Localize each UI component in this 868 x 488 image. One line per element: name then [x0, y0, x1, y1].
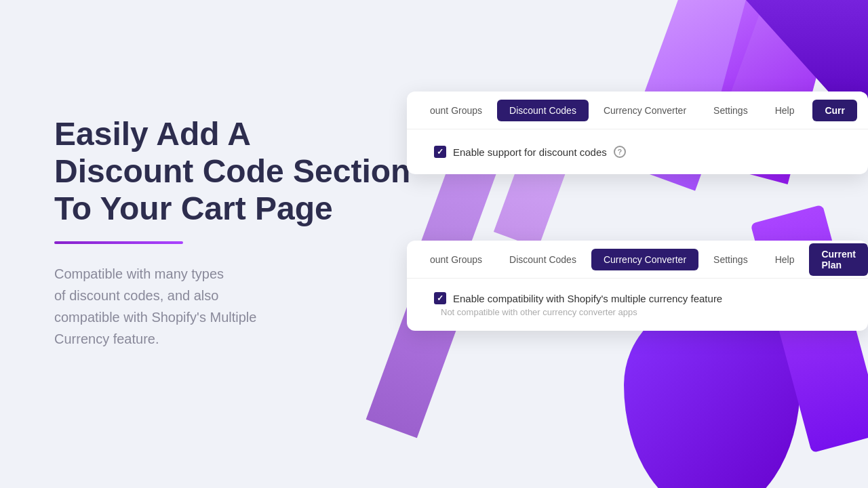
main-heading: Easily Add A Discount Code Section To Yo… [54, 115, 414, 228]
info-icon-1[interactable]: ? [614, 146, 626, 158]
nav-item-settings-1[interactable]: Settings [701, 100, 760, 121]
nav-item-help-2[interactable]: Help [763, 249, 807, 270]
hero-content: Easily Add A Discount Code Section To Yo… [54, 115, 414, 350]
sub-label-2: Not compatible with other currency conve… [434, 307, 841, 317]
nav-item-discount-codes-1[interactable]: Discount Codes [497, 100, 589, 121]
checkbox-label-1: Enable support for discount codes [453, 146, 607, 158]
checkbox-wrapper-2: ✓ Enable compatibility with Shopify's mu… [434, 292, 841, 304]
nav-btn-1[interactable]: Curr [812, 100, 857, 121]
card-discount-codes: ount Groups Discount Codes Currency Conv… [407, 92, 868, 174]
nav-item-currency-converter-1[interactable]: Currency Converter [591, 100, 698, 121]
nav-item-currency-converter-2[interactable]: Currency Converter [591, 249, 698, 270]
nav-bar-1: ount Groups Discount Codes Currency Conv… [407, 92, 868, 129]
sub-description: Compatible with many types of discount c… [54, 263, 414, 350]
nav-btn-2[interactable]: Current Plan [809, 243, 868, 276]
nav-item-discount-codes-2[interactable]: Discount Codes [497, 249, 589, 270]
card-currency-converter: ount Groups Discount Codes Currency Conv… [407, 241, 868, 331]
checkbox-discount-support[interactable]: ✓ [434, 146, 446, 158]
nav-item-help-1[interactable]: Help [763, 100, 807, 121]
nav-item-discount-groups-2[interactable]: ount Groups [418, 249, 494, 270]
nav-bar-2: ount Groups Discount Codes Currency Conv… [407, 241, 868, 279]
checkbox-currency-compat[interactable]: ✓ [434, 292, 446, 304]
card-body-2: ✓ Enable compatibility with Shopify's mu… [407, 279, 868, 331]
checkbox-wrapper-1: ✓ Enable support for discount codes ? [434, 146, 626, 158]
nav-item-settings-2[interactable]: Settings [701, 249, 760, 270]
nav-item-discount-groups-1[interactable]: ount Groups [418, 100, 494, 121]
card-body-1: ✓ Enable support for discount codes ? [407, 129, 868, 174]
checkbox-label-2: Enable compatibility with Shopify's mult… [453, 293, 722, 304]
heading-divider [54, 241, 183, 244]
